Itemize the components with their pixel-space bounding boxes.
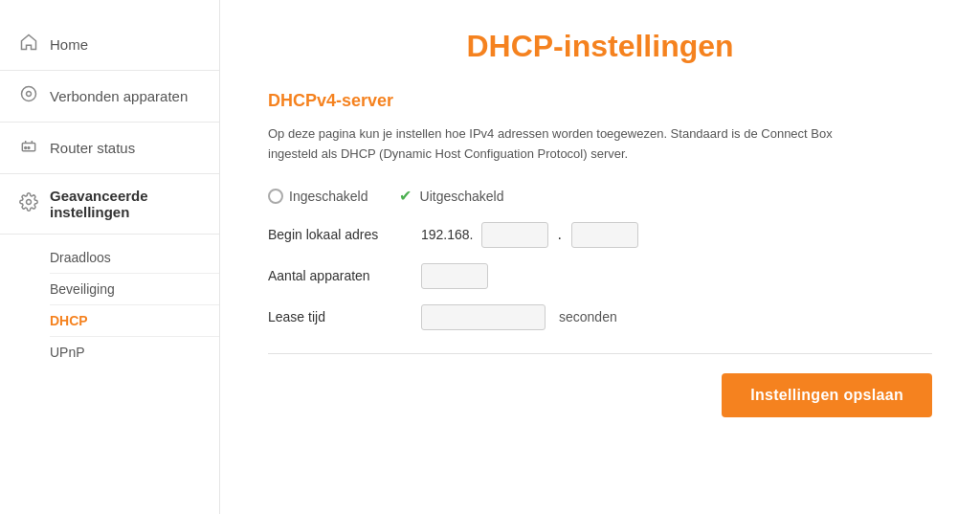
radio-ingeschakeld-label: Ingeschakeld [289, 189, 368, 204]
begin-lokaal-controls: 192.168. . [421, 222, 638, 248]
gear-icon [19, 192, 38, 216]
radio-ingeschakeld-circle [268, 189, 283, 204]
svg-point-5 [25, 147, 27, 149]
label-lease-tijd: Lease tijd [268, 309, 421, 324]
sidebar-item-geavanceerde-label: Geavanceerde instellingen [50, 188, 200, 220]
sidebar-item-verbonden[interactable]: Verbonden apparaten [0, 71, 219, 123]
svg-point-7 [27, 199, 32, 204]
lease-controls: seconden [421, 304, 617, 330]
form-row-aantal: Aantal apparaten [268, 263, 932, 289]
radio-uitgeschakeld[interactable]: ✔ Uitgeschakeld [397, 188, 504, 205]
label-aantal-apparaten: Aantal apparaten [268, 268, 421, 283]
sidebar-sub-menu: Draadloos Beveiliging DHCP UPnP [0, 235, 219, 371]
router-icon [19, 136, 38, 160]
sidebar-item-upnp[interactable]: UPnP [50, 337, 219, 368]
section-title: DHCPv4-server [268, 91, 932, 111]
sidebar-item-verbonden-label: Verbonden apparaten [50, 88, 188, 104]
divider [268, 353, 932, 354]
devices-icon [19, 84, 38, 108]
sidebar-item-draadloos[interactable]: Draadloos [50, 242, 219, 274]
sidebar-item-beveiliging[interactable]: Beveiliging [50, 274, 219, 305]
home-icon [19, 33, 38, 56]
dot-separator: . [558, 226, 562, 243]
label-begin-lokaal: Begin lokaal adres [268, 227, 421, 242]
svg-point-0 [22, 87, 36, 101]
sidebar-item-geavanceerde[interactable]: Geavanceerde instellingen [0, 174, 219, 235]
sidebar: Home Verbonden apparaten Router status [0, 0, 220, 514]
lease-unit: seconden [559, 309, 617, 324]
svg-point-1 [27, 92, 32, 97]
main-content: DHCP-instellingen DHCPv4-server Op deze … [220, 0, 980, 514]
sidebar-item-home[interactable]: Home [0, 19, 219, 71]
sidebar-item-router-status[interactable]: Router status [0, 123, 219, 174]
sidebar-item-dhcp[interactable]: DHCP [50, 305, 219, 337]
svg-point-6 [28, 147, 30, 149]
aantal-apparaten-input[interactable] [421, 263, 488, 289]
sidebar-item-home-label: Home [50, 36, 88, 53]
radio-ingeschakeld[interactable]: Ingeschakeld [268, 189, 368, 204]
form-row-begin-lokaal: Begin lokaal adres 192.168. . [268, 222, 932, 248]
form-row-lease: Lease tijd seconden [268, 304, 932, 330]
ip-octet4-input[interactable] [571, 222, 638, 248]
ip-prefix: 192.168. [421, 227, 474, 242]
description-text: Op deze pagina kun je instellen hoe IPv4… [268, 124, 880, 165]
save-button[interactable]: Instellingen opslaan [722, 373, 932, 417]
radio-uitgeschakeld-label: Uitgeschakeld [420, 189, 504, 204]
lease-tijd-input[interactable] [421, 304, 546, 330]
aantal-controls [421, 263, 488, 289]
sidebar-item-router-label: Router status [50, 140, 135, 156]
checkmark-icon: ✔ [397, 188, 414, 205]
ip-octet3-input[interactable] [481, 222, 548, 248]
radio-group: Ingeschakeld ✔ Uitgeschakeld [268, 188, 932, 205]
page-title: DHCP-instellingen [268, 29, 932, 64]
